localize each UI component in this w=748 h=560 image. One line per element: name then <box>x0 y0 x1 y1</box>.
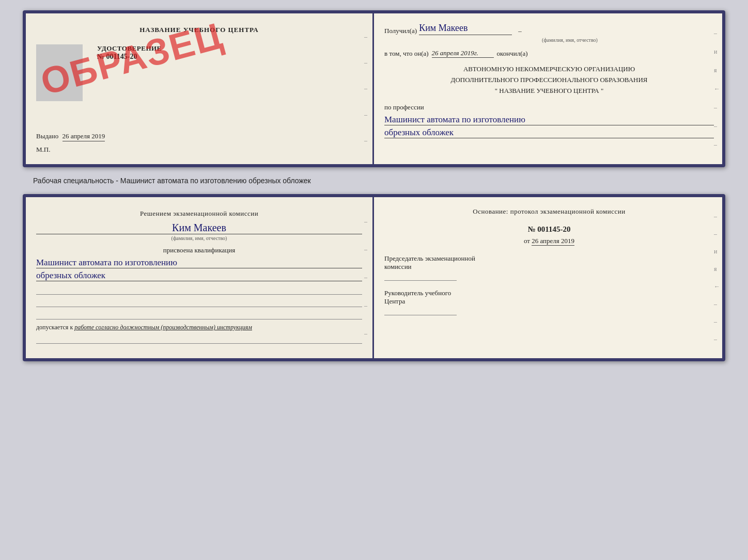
top-left-title: НАЗВАНИЕ УЧЕБНОГО ЦЕНТРА <box>36 26 362 34</box>
vtom-label: в том, что он(а) <box>384 50 429 58</box>
fio-label-top: (фамилия, имя, отчество) <box>426 37 714 43</box>
side-dash-4: – <box>364 111 369 119</box>
side-dash-1: – <box>364 33 369 41</box>
prof-label: по профессии <box>384 103 714 111</box>
caption-text: Рабочая специальность - Машинист автомат… <box>33 177 311 185</box>
org-line1: АВТОНОМНУЮ НЕКОММЕРЧЕСКУЮ ОРГАНИЗАЦИЮ <box>384 64 714 75</box>
bottom-left-dash-2: – <box>364 246 369 253</box>
kval-name1: Машинист автомата по изготовлению <box>36 258 362 268</box>
bottom-right-dash-3: и <box>714 248 719 255</box>
blank-line-2 <box>36 299 362 307</box>
poluchil-line: Получил(а) Ким Макеев – <box>384 23 714 35</box>
top-doc-right: Получил(а) Ким Макеев – (фамилия, имя, о… <box>374 13 722 164</box>
prisvoena-line: присвоена квалификация <box>36 246 362 254</box>
side-dash-3: – <box>364 85 369 92</box>
dopusk-text: работе согласно должностным (производств… <box>74 324 252 331</box>
rukovoditel-sign-line <box>384 315 457 315</box>
org-line2: ДОПОЛНИТЕЛЬНОГО ПРОФЕССИОНАЛЬНОГО ОБРАЗО… <box>384 75 714 86</box>
fio-label-bottom: (фамилия, имя, отчество) <box>36 235 362 241</box>
kim-makeev-bottom: Ким Макеев <box>36 222 362 234</box>
side-dash-2: – <box>364 59 369 67</box>
poluchil-label: Получил(а) <box>384 27 417 35</box>
top-doc-left: НАЗВАНИЕ УЧЕБНОГО ЦЕНТРА УДОСТОВЕРЕНИЕ №… <box>26 13 374 164</box>
rukovoditel-line2: Центра <box>384 297 714 306</box>
prof-name1: Машинист автомата по изготовлению <box>384 115 714 125</box>
vydano-date: 26 апреля 2019 <box>63 132 105 141</box>
prof-name2: обрезных обложек <box>384 127 714 138</box>
top-document: НАЗВАНИЕ УЧЕБНОГО ЦЕНТРА УДОСТОВЕРЕНИЕ №… <box>23 10 725 167</box>
udostoverenie-label: УДОСТОВЕРЕНИЕ <box>97 44 162 53</box>
udostoverenie-number: № 001145-20 <box>97 53 162 61</box>
right-dash-7: – <box>714 141 719 149</box>
right-dash-5: – <box>714 104 719 111</box>
bottom-left-dash-4: – <box>364 302 369 310</box>
right-dash-2: и <box>714 48 719 56</box>
right-dash-6: – <box>714 122 719 130</box>
vydano-line: Выдано 26 апреля 2019 <box>36 132 362 140</box>
bottom-right-dash-7: – <box>714 318 719 326</box>
chairman-line2: комиссии <box>384 263 714 271</box>
mp-line: М.П. <box>36 146 362 154</box>
vydano-label: Выдано <box>36 132 58 140</box>
bottom-right-dash-5: ← <box>714 283 719 291</box>
dopuskaetsya-line: допускается к работе согласно должностны… <box>36 324 362 331</box>
protocol-date: 26 апреля 2019 <box>532 237 574 246</box>
bottom-left-dash-5: – <box>364 330 369 338</box>
right-dash-3: я <box>714 67 719 74</box>
ot-label: от <box>524 237 530 245</box>
protocol-number: № 001145-20 <box>384 225 714 234</box>
chairman-line1: Председатель экзаменационной <box>384 254 714 263</box>
chairman-sign-line <box>384 280 457 281</box>
dash-after-name: – <box>518 27 522 35</box>
bottom-left-dash-1: – <box>364 218 369 226</box>
bottom-doc-left: Решением экзаменационной комиссии Ким Ма… <box>26 197 374 358</box>
right-dash-1: – <box>714 29 719 37</box>
vtom-line: в том, что он(а) 26 апреля 2019г. окончи… <box>384 49 714 58</box>
osnovanie-title: Основание: протокол экзаменационной коми… <box>384 206 714 217</box>
kval-name2: обрезных обложек <box>36 270 362 281</box>
bottom-left-dash-3: – <box>364 274 369 281</box>
rukovoditel-line1: Руководитель учебного <box>384 289 714 297</box>
resheniye-title: Решением экзаменационной комиссии <box>36 210 362 218</box>
bottom-document: Решением экзаменационной комиссии Ким Ма… <box>23 194 725 361</box>
org-quote: " НАЗВАНИЕ УЧЕБНОГО ЦЕНТРА " <box>384 86 714 97</box>
photo-placeholder <box>36 44 83 101</box>
recipient-name: Ким Макеев <box>419 23 512 35</box>
blank-line-1 <box>36 286 362 295</box>
bottom-right-dash-6: – <box>714 300 719 308</box>
blank-line-4 <box>36 335 362 344</box>
right-dash-4: ← <box>714 85 719 93</box>
bottom-doc-right: Основание: протокол экзаменационной коми… <box>374 197 722 358</box>
bottom-right-dash-2: – <box>714 230 719 238</box>
chairman-block: Председатель экзаменационной комиссии <box>384 254 714 281</box>
side-dash-5: – <box>364 137 369 145</box>
bottom-right-dash-4: я <box>714 265 719 273</box>
rukovoditel-block: Руководитель учебного Центра <box>384 289 714 315</box>
dopuskaetsya-text: допускается к <box>36 324 73 331</box>
blank-line-3 <box>36 311 362 319</box>
org-block: АВТОНОМНУЮ НЕКОММЕРЧЕСКУЮ ОРГАНИЗАЦИЮ ДО… <box>384 64 714 96</box>
bottom-right-dash-8: – <box>714 335 719 343</box>
ot-date: от 26 апреля 2019 <box>384 237 714 245</box>
vtom-date: 26 апреля 2019г. <box>432 49 494 58</box>
okonchil-label: окончил(а) <box>497 50 528 58</box>
bottom-right-dash-1: – <box>714 213 719 220</box>
